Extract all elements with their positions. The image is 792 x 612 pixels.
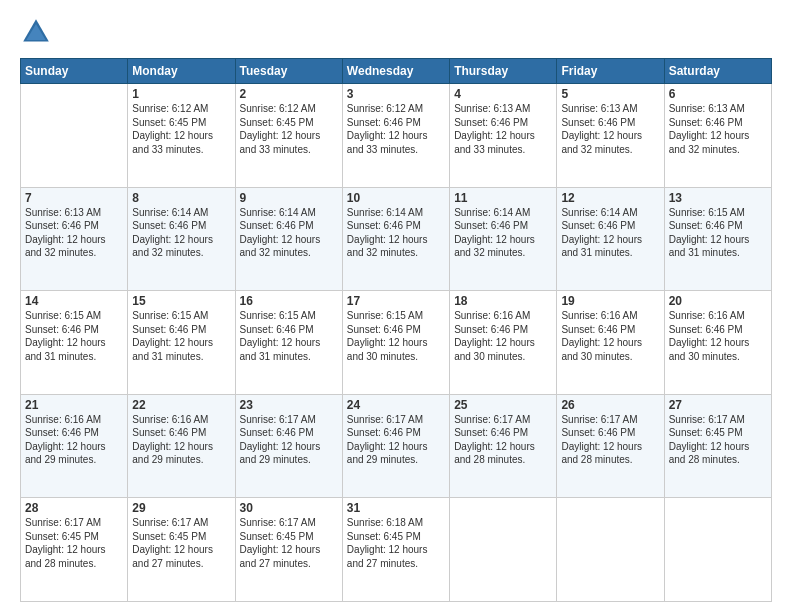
day-info: Sunrise: 6:12 AM Sunset: 6:45 PM Dayligh…: [132, 102, 230, 156]
calendar-cell: 13Sunrise: 6:15 AM Sunset: 6:46 PM Dayli…: [664, 187, 771, 291]
calendar-header-thursday: Thursday: [450, 59, 557, 84]
day-number: 26: [561, 398, 659, 412]
day-info: Sunrise: 6:13 AM Sunset: 6:46 PM Dayligh…: [454, 102, 552, 156]
calendar-cell: 21Sunrise: 6:16 AM Sunset: 6:46 PM Dayli…: [21, 394, 128, 498]
day-number: 28: [25, 501, 123, 515]
day-info: Sunrise: 6:17 AM Sunset: 6:45 PM Dayligh…: [25, 516, 123, 570]
day-number: 12: [561, 191, 659, 205]
day-number: 23: [240, 398, 338, 412]
day-number: 19: [561, 294, 659, 308]
calendar-cell: 1Sunrise: 6:12 AM Sunset: 6:45 PM Daylig…: [128, 84, 235, 188]
day-info: Sunrise: 6:14 AM Sunset: 6:46 PM Dayligh…: [240, 206, 338, 260]
day-number: 14: [25, 294, 123, 308]
calendar-cell: 8Sunrise: 6:14 AM Sunset: 6:46 PM Daylig…: [128, 187, 235, 291]
calendar-header-wednesday: Wednesday: [342, 59, 449, 84]
day-info: Sunrise: 6:14 AM Sunset: 6:46 PM Dayligh…: [454, 206, 552, 260]
calendar-cell: 22Sunrise: 6:16 AM Sunset: 6:46 PM Dayli…: [128, 394, 235, 498]
day-info: Sunrise: 6:17 AM Sunset: 6:45 PM Dayligh…: [240, 516, 338, 570]
calendar-cell: 31Sunrise: 6:18 AM Sunset: 6:45 PM Dayli…: [342, 498, 449, 602]
day-info: Sunrise: 6:16 AM Sunset: 6:46 PM Dayligh…: [132, 413, 230, 467]
calendar-cell: 11Sunrise: 6:14 AM Sunset: 6:46 PM Dayli…: [450, 187, 557, 291]
day-number: 30: [240, 501, 338, 515]
day-info: Sunrise: 6:16 AM Sunset: 6:46 PM Dayligh…: [561, 309, 659, 363]
day-info: Sunrise: 6:15 AM Sunset: 6:46 PM Dayligh…: [347, 309, 445, 363]
calendar-header-monday: Monday: [128, 59, 235, 84]
calendar-cell: 19Sunrise: 6:16 AM Sunset: 6:46 PM Dayli…: [557, 291, 664, 395]
calendar-cell: 23Sunrise: 6:17 AM Sunset: 6:46 PM Dayli…: [235, 394, 342, 498]
calendar-week-4: 21Sunrise: 6:16 AM Sunset: 6:46 PM Dayli…: [21, 394, 772, 498]
calendar-cell: 18Sunrise: 6:16 AM Sunset: 6:46 PM Dayli…: [450, 291, 557, 395]
calendar-header-row: SundayMondayTuesdayWednesdayThursdayFrid…: [21, 59, 772, 84]
calendar-cell: 24Sunrise: 6:17 AM Sunset: 6:46 PM Dayli…: [342, 394, 449, 498]
calendar-header-saturday: Saturday: [664, 59, 771, 84]
calendar-cell: 5Sunrise: 6:13 AM Sunset: 6:46 PM Daylig…: [557, 84, 664, 188]
day-number: 13: [669, 191, 767, 205]
calendar-cell: 17Sunrise: 6:15 AM Sunset: 6:46 PM Dayli…: [342, 291, 449, 395]
day-info: Sunrise: 6:17 AM Sunset: 6:46 PM Dayligh…: [347, 413, 445, 467]
calendar-cell: 2Sunrise: 6:12 AM Sunset: 6:45 PM Daylig…: [235, 84, 342, 188]
day-number: 21: [25, 398, 123, 412]
day-info: Sunrise: 6:15 AM Sunset: 6:46 PM Dayligh…: [132, 309, 230, 363]
day-info: Sunrise: 6:16 AM Sunset: 6:46 PM Dayligh…: [25, 413, 123, 467]
calendar-cell: 4Sunrise: 6:13 AM Sunset: 6:46 PM Daylig…: [450, 84, 557, 188]
day-info: Sunrise: 6:17 AM Sunset: 6:45 PM Dayligh…: [132, 516, 230, 570]
day-number: 8: [132, 191, 230, 205]
calendar: SundayMondayTuesdayWednesdayThursdayFrid…: [20, 58, 772, 602]
day-info: Sunrise: 6:16 AM Sunset: 6:46 PM Dayligh…: [454, 309, 552, 363]
day-info: Sunrise: 6:18 AM Sunset: 6:45 PM Dayligh…: [347, 516, 445, 570]
calendar-cell: 28Sunrise: 6:17 AM Sunset: 6:45 PM Dayli…: [21, 498, 128, 602]
day-info: Sunrise: 6:14 AM Sunset: 6:46 PM Dayligh…: [347, 206, 445, 260]
logo: [20, 16, 56, 48]
day-info: Sunrise: 6:13 AM Sunset: 6:46 PM Dayligh…: [669, 102, 767, 156]
day-info: Sunrise: 6:14 AM Sunset: 6:46 PM Dayligh…: [132, 206, 230, 260]
logo-icon: [20, 16, 52, 48]
day-info: Sunrise: 6:13 AM Sunset: 6:46 PM Dayligh…: [561, 102, 659, 156]
day-number: 27: [669, 398, 767, 412]
day-number: 11: [454, 191, 552, 205]
calendar-cell: 20Sunrise: 6:16 AM Sunset: 6:46 PM Dayli…: [664, 291, 771, 395]
day-number: 24: [347, 398, 445, 412]
day-info: Sunrise: 6:12 AM Sunset: 6:45 PM Dayligh…: [240, 102, 338, 156]
day-number: 16: [240, 294, 338, 308]
calendar-week-2: 7Sunrise: 6:13 AM Sunset: 6:46 PM Daylig…: [21, 187, 772, 291]
calendar-cell: 10Sunrise: 6:14 AM Sunset: 6:46 PM Dayli…: [342, 187, 449, 291]
calendar-cell: 26Sunrise: 6:17 AM Sunset: 6:46 PM Dayli…: [557, 394, 664, 498]
day-number: 10: [347, 191, 445, 205]
day-info: Sunrise: 6:15 AM Sunset: 6:46 PM Dayligh…: [25, 309, 123, 363]
day-number: 17: [347, 294, 445, 308]
day-info: Sunrise: 6:12 AM Sunset: 6:46 PM Dayligh…: [347, 102, 445, 156]
calendar-cell: 15Sunrise: 6:15 AM Sunset: 6:46 PM Dayli…: [128, 291, 235, 395]
day-number: 20: [669, 294, 767, 308]
day-number: 29: [132, 501, 230, 515]
day-number: 9: [240, 191, 338, 205]
day-number: 3: [347, 87, 445, 101]
day-number: 25: [454, 398, 552, 412]
day-number: 7: [25, 191, 123, 205]
calendar-cell: 14Sunrise: 6:15 AM Sunset: 6:46 PM Dayli…: [21, 291, 128, 395]
calendar-week-1: 1Sunrise: 6:12 AM Sunset: 6:45 PM Daylig…: [21, 84, 772, 188]
calendar-cell: 7Sunrise: 6:13 AM Sunset: 6:46 PM Daylig…: [21, 187, 128, 291]
day-number: 1: [132, 87, 230, 101]
calendar-cell: 30Sunrise: 6:17 AM Sunset: 6:45 PM Dayli…: [235, 498, 342, 602]
calendar-week-5: 28Sunrise: 6:17 AM Sunset: 6:45 PM Dayli…: [21, 498, 772, 602]
day-number: 22: [132, 398, 230, 412]
calendar-cell: 3Sunrise: 6:12 AM Sunset: 6:46 PM Daylig…: [342, 84, 449, 188]
calendar-cell: 16Sunrise: 6:15 AM Sunset: 6:46 PM Dayli…: [235, 291, 342, 395]
day-number: 6: [669, 87, 767, 101]
calendar-cell: [557, 498, 664, 602]
day-info: Sunrise: 6:17 AM Sunset: 6:46 PM Dayligh…: [454, 413, 552, 467]
day-number: 31: [347, 501, 445, 515]
day-info: Sunrise: 6:16 AM Sunset: 6:46 PM Dayligh…: [669, 309, 767, 363]
day-info: Sunrise: 6:15 AM Sunset: 6:46 PM Dayligh…: [240, 309, 338, 363]
calendar-cell: 29Sunrise: 6:17 AM Sunset: 6:45 PM Dayli…: [128, 498, 235, 602]
day-number: 4: [454, 87, 552, 101]
day-number: 15: [132, 294, 230, 308]
calendar-header-tuesday: Tuesday: [235, 59, 342, 84]
calendar-cell: [21, 84, 128, 188]
calendar-header-sunday: Sunday: [21, 59, 128, 84]
calendar-cell: [450, 498, 557, 602]
calendar-cell: 27Sunrise: 6:17 AM Sunset: 6:45 PM Dayli…: [664, 394, 771, 498]
calendar-cell: 12Sunrise: 6:14 AM Sunset: 6:46 PM Dayli…: [557, 187, 664, 291]
header: [20, 16, 772, 48]
calendar-cell: 9Sunrise: 6:14 AM Sunset: 6:46 PM Daylig…: [235, 187, 342, 291]
